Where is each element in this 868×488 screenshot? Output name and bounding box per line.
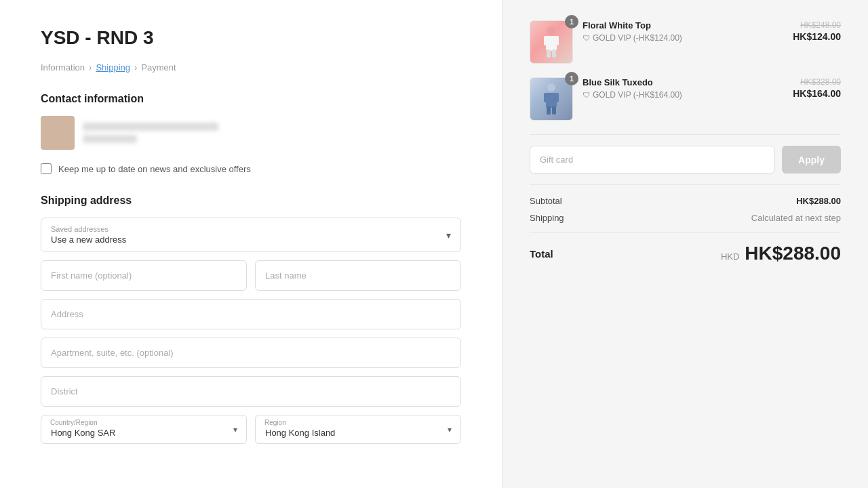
saved-addresses-label: Saved addresses [51, 225, 433, 233]
subtotal-value: HK$288.00 [796, 196, 841, 206]
right-panel: 1 Floral White Top 🛡 GOLD VIP (-HK$124.0… [502, 0, 868, 488]
item-2-image-wrapper: 1 [530, 77, 573, 121]
item-2-vip: 🛡 GOLD VIP (-HK$164.00) [583, 90, 783, 100]
item-2-original-price: HK$328.00 [800, 77, 841, 87]
breadcrumb-sep-2: › [134, 62, 137, 73]
svg-rect-10 [547, 106, 551, 115]
shipping-section-title: Shipping address [41, 195, 461, 207]
shield-icon-1: 🛡 [583, 34, 590, 42]
total-label: Total [530, 248, 553, 260]
svg-rect-2 [544, 36, 549, 45]
contact-name-blurred [83, 135, 137, 143]
item-1-image-wrapper: 1 [530, 20, 573, 64]
total-currency: HKD [721, 251, 739, 262]
item-2-prices: HK$328.00 HK$164.00 [793, 77, 841, 99]
item-2-name: Blue Silk Tuxedo [583, 77, 783, 87]
item-1-name: Floral White Top [583, 20, 783, 30]
country-select[interactable]: Hong Kong SAR [41, 415, 247, 444]
totals-section: Subtotal HK$288.00 Shipping Calculated a… [530, 196, 841, 264]
shipping-value: Calculated at next step [751, 213, 841, 223]
svg-rect-3 [553, 36, 559, 45]
svg-rect-9 [553, 93, 559, 102]
item-2-details: Blue Silk Tuxedo 🛡 GOLD VIP (-HK$164.00) [583, 77, 783, 100]
item-1-vip: 🛡 GOLD VIP (-HK$124.00) [583, 33, 783, 43]
total-amount: HK$288.00 [745, 243, 841, 264]
breadcrumb: Information › Shipping › Payment [41, 62, 461, 73]
newsletter-label[interactable]: Keep me up to date on news and exclusive… [58, 164, 251, 174]
newsletter-row: Keep me up to date on news and exclusive… [41, 163, 461, 174]
country-select-wrapper: Hong Kong SAR ▾ Country/Region [41, 415, 247, 444]
breadcrumb-payment: Payment [141, 62, 176, 73]
last-name-input[interactable] [255, 260, 461, 291]
shipping-row: Shipping Calculated at next step [530, 213, 841, 223]
avatar [41, 116, 75, 150]
district-input[interactable] [41, 376, 461, 407]
name-row [41, 260, 461, 291]
first-name-input[interactable] [41, 260, 247, 291]
contact-email-blurred [83, 123, 218, 131]
item-1-vip-text: GOLD VIP (-HK$124.00) [593, 33, 682, 43]
contact-text [83, 123, 218, 143]
svg-point-6 [547, 83, 555, 92]
divider-1 [530, 134, 841, 135]
breadcrumb-sep-1: › [89, 62, 92, 73]
total-right: HKD HK$288.00 [721, 243, 841, 264]
item-1-original-price: HK$248.00 [800, 20, 841, 30]
item-2-badge: 1 [565, 72, 578, 85]
left-panel: YSD - RND 3 Information › Shipping › Pay… [0, 0, 502, 488]
gift-card-input[interactable] [530, 146, 775, 174]
use-new-address-label: Use a new address [51, 235, 433, 245]
svg-rect-5 [552, 49, 556, 58]
subtotal-label: Subtotal [530, 196, 562, 206]
item-1-prices: HK$248.00 HK$124.00 [793, 20, 841, 42]
gift-card-row: Apply [530, 146, 841, 174]
item-2-image [530, 77, 573, 121]
order-item-2: 1 Blue Silk Tuxedo 🛡 GOLD VIP (-HK$164.0… [530, 77, 841, 121]
store-title: YSD - RND 3 [41, 27, 461, 49]
breadcrumb-information: Information [41, 62, 85, 73]
breadcrumb-shipping[interactable]: Shipping [96, 62, 130, 73]
item-1-discounted-price: HK$124.00 [793, 31, 841, 42]
contact-info-block [41, 116, 461, 150]
shield-icon-2: 🛡 [583, 91, 590, 99]
svg-rect-11 [552, 106, 556, 115]
region-select[interactable]: Hong Kong Island [255, 415, 461, 444]
saved-address-selector[interactable]: Saved addresses Use a new address ▾ [41, 218, 461, 252]
region-select-wrapper: Hong Kong Island ▾ Region [255, 415, 461, 444]
item-1-badge: 1 [565, 15, 578, 28]
svg-rect-8 [544, 93, 549, 102]
address-input[interactable] [41, 299, 461, 329]
item-2-discounted-price: HK$164.00 [793, 88, 841, 99]
apply-button[interactable]: Apply [782, 146, 841, 174]
svg-rect-4 [547, 49, 551, 58]
country-region-row: Hong Kong SAR ▾ Country/Region Hong Kong… [41, 415, 461, 452]
divider-2 [530, 184, 841, 185]
shipping-label: Shipping [530, 213, 564, 223]
svg-point-0 [547, 26, 555, 35]
item-2-figure [541, 82, 561, 116]
item-1-figure [541, 25, 561, 59]
item-1-details: Floral White Top 🛡 GOLD VIP (-HK$124.00) [583, 20, 783, 43]
contact-section: Contact information Keep me up to date o… [41, 93, 461, 174]
total-row: Total HKD HK$288.00 [530, 232, 841, 264]
item-1-image [530, 20, 573, 64]
apartment-input[interactable] [41, 338, 461, 368]
order-item-1: 1 Floral White Top 🛡 GOLD VIP (-HK$124.0… [530, 20, 841, 64]
item-2-vip-text: GOLD VIP (-HK$164.00) [593, 90, 682, 100]
shipping-section: Shipping address Saved addresses Use a n… [41, 195, 461, 452]
subtotal-row: Subtotal HK$288.00 [530, 196, 841, 206]
newsletter-checkbox[interactable] [41, 163, 52, 174]
contact-section-title: Contact information [41, 93, 461, 105]
